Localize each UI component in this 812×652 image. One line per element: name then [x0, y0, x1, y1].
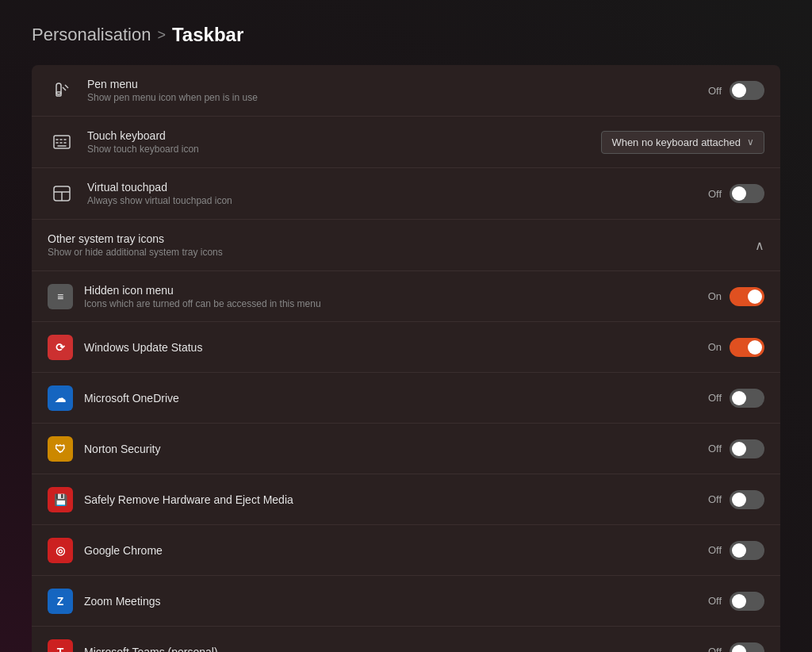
breadcrumb: Personalisation > Taskbar [32, 24, 780, 46]
pen-menu-row: Pen menu Show pen menu icon when pen is … [32, 65, 780, 117]
tray-title-norton: Norton Security [84, 443, 692, 455]
section-chevron-icon: ∧ [755, 238, 764, 253]
tray-control-onedrive: Off [708, 389, 764, 408]
touch-keyboard-text: Touch keyboard Show touch keyboard icon [87, 129, 585, 155]
pen-menu-title: Pen menu [87, 78, 692, 90]
tray-icon-chrome: ◎ [48, 538, 73, 563]
tray-toggle-teams[interactable] [730, 642, 764, 653]
tray-item-row-onedrive: ☁ Microsoft OneDrive Off [32, 373, 780, 424]
tray-items-list: ≡ Hidden icon menu Icons which are turne… [32, 271, 780, 652]
virtual-touchpad-toggle[interactable] [730, 184, 764, 203]
svg-rect-0 [56, 83, 61, 94]
tray-item-row-safely-remove: 💾 Safely Remove Hardware and Eject Media… [32, 474, 780, 525]
tray-item-row-chrome: ◎ Google Chrome Off [32, 525, 780, 576]
virtual-touchpad-text: Virtual touchpad Always show virtual tou… [87, 181, 692, 206]
pen-menu-toggle-thumb [732, 83, 746, 98]
touch-keyboard-dropdown[interactable]: When no keyboard attached ∨ [601, 131, 764, 154]
tray-text-zoom: Zoom Meetings [84, 595, 692, 608]
touch-keyboard-control: When no keyboard attached ∨ [601, 131, 764, 154]
virtual-touchpad-icon [48, 179, 76, 208]
pen-menu-text: Pen menu Show pen menu icon when pen is … [87, 78, 692, 103]
touch-keyboard-title: Touch keyboard [87, 129, 585, 142]
virtual-touchpad-toggle-thumb [732, 186, 746, 201]
tray-text-norton: Norton Security [84, 443, 692, 455]
tray-toggle-thumb-onedrive [732, 391, 746, 405]
tray-icon-norton: 🛡 [48, 436, 73, 462]
pen-menu-desc: Show pen menu icon when pen is in use [87, 92, 692, 103]
settings-container: Pen menu Show pen menu icon when pen is … [32, 65, 780, 652]
tray-item-row-windows-update: ⟳ Windows Update Status On [32, 322, 780, 373]
tray-toggle-label-hidden-icon-menu: On [708, 290, 722, 302]
tray-item-row-norton: 🛡 Norton Security Off [32, 424, 780, 474]
touch-keyboard-desc: Show touch keyboard icon [87, 144, 585, 155]
tray-control-zoom: Off [708, 592, 764, 611]
tray-toggle-hidden-icon-menu[interactable] [730, 287, 764, 306]
tray-title-zoom: Zoom Meetings [84, 595, 692, 608]
virtual-touchpad-control: Off [708, 184, 764, 203]
tray-toggle-thumb-zoom [732, 594, 746, 608]
system-tray-section-header[interactable]: Other system tray icons Show or hide add… [32, 220, 780, 271]
tray-icon-windows-update: ⟳ [48, 335, 73, 360]
tray-toggle-windows-update[interactable] [730, 338, 764, 357]
tray-control-norton: Off [708, 439, 764, 458]
tray-toggle-thumb-safely-remove [732, 493, 746, 507]
tray-desc-hidden-icon-menu: Icons which are turned off can be access… [84, 298, 692, 309]
tray-toggle-thumb-norton [732, 442, 746, 456]
system-tray-section-text: Other system tray icons Show or hide add… [48, 232, 755, 258]
tray-title-windows-update: Windows Update Status [84, 341, 692, 354]
pen-menu-toggle[interactable] [730, 81, 764, 100]
tray-text-windows-update: Windows Update Status [84, 341, 692, 354]
tray-toggle-thumb-teams [732, 645, 746, 653]
tray-toggle-label-chrome: Off [708, 544, 722, 556]
tray-text-safely-remove: Safely Remove Hardware and Eject Media [84, 493, 692, 506]
breadcrumb-current: Taskbar [172, 24, 243, 46]
tray-toggle-chrome[interactable] [730, 541, 764, 560]
tray-item-row-zoom: Z Zoom Meetings Off [32, 576, 780, 627]
touch-keyboard-icon [48, 128, 76, 156]
virtual-touchpad-desc: Always show virtual touchpad icon [87, 195, 692, 206]
svg-line-2 [65, 85, 68, 88]
tray-toggle-label-safely-remove: Off [708, 493, 722, 505]
tray-icon-safely-remove: 💾 [48, 487, 73, 512]
tray-toggle-label-norton: Off [708, 443, 722, 454]
tray-icon-zoom: Z [48, 589, 73, 614]
tray-toggle-label-windows-update: On [708, 341, 722, 353]
tray-text-hidden-icon-menu: Hidden icon menu Icons which are turned … [84, 284, 692, 309]
tray-text-teams: Microsoft Teams (personal) [84, 646, 692, 653]
tray-item-row-hidden-icon-menu: ≡ Hidden icon menu Icons which are turne… [32, 271, 780, 322]
tray-toggle-thumb-chrome [732, 543, 746, 558]
tray-icon-teams: T [48, 639, 73, 653]
pen-menu-icon [48, 76, 76, 105]
tray-control-teams: Off [708, 642, 764, 653]
chevron-down-icon: ∨ [747, 136, 754, 148]
tray-title-hidden-icon-menu: Hidden icon menu [84, 284, 692, 297]
tray-toggle-label-onedrive: Off [708, 392, 722, 404]
tray-icon-hidden-icon-menu: ≡ [48, 284, 73, 309]
tray-text-onedrive: Microsoft OneDrive [84, 392, 692, 405]
breadcrumb-parent[interactable]: Personalisation [32, 25, 151, 45]
tray-title-teams: Microsoft Teams (personal) [84, 646, 692, 653]
tray-item-row-teams: T Microsoft Teams (personal) Off [32, 627, 780, 652]
touch-keyboard-dropdown-value: When no keyboard attached [611, 136, 741, 148]
tray-title-chrome: Google Chrome [84, 544, 692, 557]
tray-control-chrome: Off [708, 541, 764, 560]
tray-toggle-thumb-windows-update [748, 340, 762, 355]
tray-toggle-thumb-hidden-icon-menu [748, 290, 762, 304]
svg-line-3 [63, 87, 66, 90]
tray-toggle-label-teams: Off [708, 646, 722, 652]
virtual-touchpad-title: Virtual touchpad [87, 181, 692, 194]
tray-control-safely-remove: Off [708, 490, 764, 509]
touch-keyboard-row: Touch keyboard Show touch keyboard icon … [32, 117, 780, 168]
tray-toggle-safely-remove[interactable] [730, 490, 764, 509]
tray-toggle-zoom[interactable] [730, 592, 764, 611]
tray-title-onedrive: Microsoft OneDrive [84, 392, 692, 405]
system-tray-section-title: Other system tray icons [48, 232, 755, 245]
pen-menu-control: Off [708, 81, 764, 100]
tray-control-windows-update: On [708, 338, 764, 357]
virtual-touchpad-toggle-label: Off [708, 188, 722, 200]
tray-toggle-norton[interactable] [730, 439, 764, 458]
tray-toggle-onedrive[interactable] [730, 389, 764, 408]
tray-toggle-label-zoom: Off [708, 595, 722, 607]
tray-control-hidden-icon-menu: On [708, 287, 764, 306]
virtual-touchpad-row: Virtual touchpad Always show virtual tou… [32, 168, 780, 220]
